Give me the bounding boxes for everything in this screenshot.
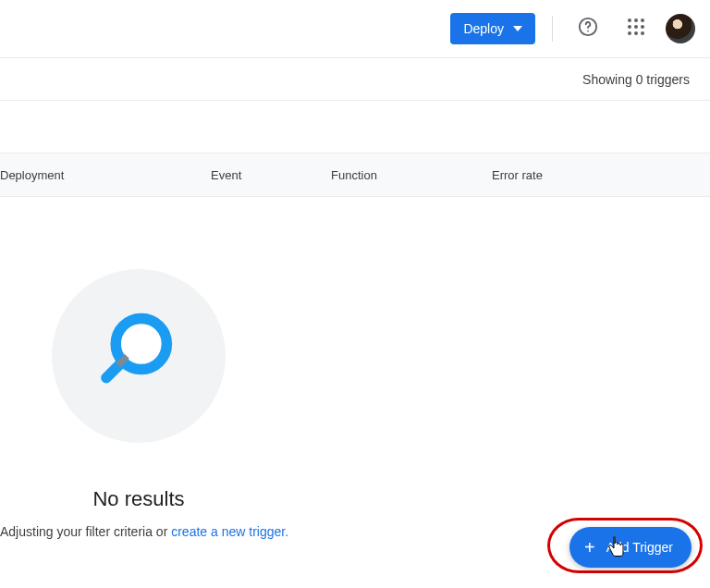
deploy-button[interactable]: Deploy bbox=[450, 13, 535, 44]
svg-point-8 bbox=[628, 31, 631, 35]
create-trigger-link[interactable]: create a new trigger. bbox=[171, 524, 288, 539]
table-header: Deployment Event Function Error rate bbox=[0, 153, 710, 197]
svg-point-6 bbox=[634, 25, 638, 29]
search-icon bbox=[86, 301, 192, 411]
empty-state: No results Adjusting your filter criteri… bbox=[0, 269, 277, 539]
empty-sub-prefix: Adjusting your filter criteria or bbox=[0, 524, 171, 539]
svg-point-7 bbox=[641, 25, 644, 29]
add-trigger-label: Add Trigger bbox=[606, 540, 673, 555]
svg-point-3 bbox=[634, 18, 638, 22]
top-bar: Deploy bbox=[0, 0, 710, 58]
svg-point-5 bbox=[628, 25, 631, 29]
col-event: Event bbox=[203, 168, 314, 182]
apps-grid-icon bbox=[628, 18, 644, 39]
avatar[interactable] bbox=[666, 14, 695, 43]
fab-container: + Add Trigger bbox=[569, 527, 692, 568]
empty-subtitle: Adjusting your filter criteria or create… bbox=[0, 524, 277, 539]
plus-icon: + bbox=[584, 538, 595, 557]
svg-point-2 bbox=[628, 18, 631, 22]
help-button[interactable] bbox=[569, 10, 606, 47]
spacer bbox=[0, 101, 710, 153]
svg-point-4 bbox=[641, 18, 644, 22]
vertical-divider bbox=[552, 16, 553, 42]
empty-title: No results bbox=[0, 487, 277, 511]
svg-point-1 bbox=[587, 31, 589, 32]
help-icon bbox=[578, 17, 598, 41]
empty-illustration bbox=[52, 269, 226, 443]
svg-point-10 bbox=[641, 31, 644, 35]
col-function: Function bbox=[324, 168, 435, 182]
apps-button[interactable] bbox=[618, 10, 655, 47]
add-trigger-button[interactable]: + Add Trigger bbox=[569, 527, 692, 568]
status-strip: Showing 0 triggers bbox=[0, 58, 710, 101]
deploy-label: Deploy bbox=[463, 21, 504, 36]
col-deployment: Deployment bbox=[0, 168, 69, 182]
status-text: Showing 0 triggers bbox=[582, 72, 690, 87]
svg-point-9 bbox=[634, 31, 638, 35]
col-error-rate: Error rate bbox=[484, 168, 595, 182]
chevron-down-icon bbox=[513, 26, 522, 31]
